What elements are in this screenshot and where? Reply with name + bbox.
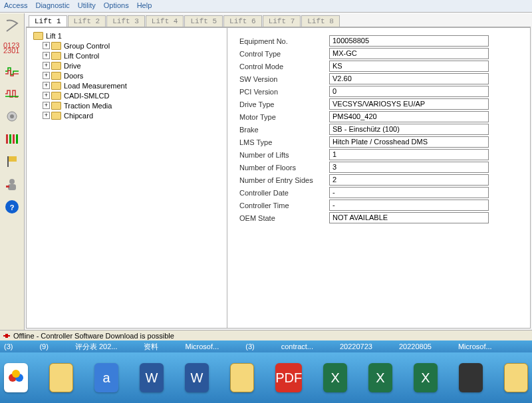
tree-item[interactable]: +CADI-SMLCD [28,90,225,100]
taskbar: a W W PDF X X X [0,352,532,403]
expand-icon[interactable]: + [43,52,50,59]
detail-label: PCI Version [239,88,329,96]
detail-label: Number of Entry Sides [239,176,329,184]
tree-root[interactable]: Lift 1 [28,31,225,41]
tab-lift-2[interactable]: Lift 2 [68,15,106,27]
svg-rect-9 [7,156,9,167]
detail-row: Number of Floors3 [239,161,518,174]
tree-item-label: Drive [64,62,81,70]
taskbar-folder-1[interactable] [49,363,73,392]
taskbar-label[interactable]: 20220805 [399,342,432,350]
taskbar-label[interactable]: Microsof... [458,342,492,350]
tree-item[interactable]: +Doors [28,70,225,80]
tab-lift-6[interactable]: Lift 6 [223,15,262,27]
expand-icon[interactable]: + [43,112,50,119]
taskbar-label[interactable]: 资料 [144,342,158,352]
menu-access[interactable]: Access [4,1,27,11]
tree-item[interactable]: +Load Measurement [28,80,225,90]
svg-point-21 [12,370,20,378]
taskbar-dark[interactable] [459,363,483,392]
expand-icon[interactable]: + [43,62,50,69]
taskbar-label[interactable]: 20220723 [340,342,372,350]
toolbar-icon-1[interactable] [2,16,22,36]
folder-icon [51,72,61,80]
taskbar-folder-3[interactable] [504,363,528,392]
menu-utility[interactable]: Utility [78,1,96,11]
main-area: Lift 1 Lift 2 Lift 3 Lift 4 Lift 5 Lift … [25,13,532,330]
tree-item-label: Load Measurement [64,82,127,90]
detail-value: 0 [329,86,489,97]
tabbar: Lift 1 Lift 2 Lift 3 Lift 4 Lift 5 Lift … [25,13,532,27]
detail-value: PMS400_420 [329,111,489,122]
folder-icon [33,32,43,40]
toolbar-icon-wave2[interactable] [2,84,22,104]
detail-label: Number of Floors [239,164,329,172]
taskbar-label[interactable]: contract... [281,342,313,350]
taskbar-word-2[interactable]: W [185,363,209,392]
taskbar-label[interactable]: (3) [245,342,254,350]
svg-rect-6 [13,134,15,144]
tree-item[interactable]: +Lift Control [28,51,225,61]
tab-lift-4[interactable]: Lift 4 [146,15,184,27]
detail-label: Number of Lifts [239,151,329,159]
toolbar-icon-wave1[interactable] [2,61,22,81]
tab-lift-7[interactable]: Lift 7 [263,15,301,27]
svg-rect-12 [6,186,9,188]
expand-icon[interactable]: + [43,102,50,109]
tab-lift-5[interactable]: Lift 5 [184,15,223,27]
tree-item-label: CADI-SMLCD [64,92,109,100]
tree-item[interactable]: +Traction Media [28,100,225,110]
taskbar-word-1[interactable]: W [140,363,164,392]
detail-row: Controller Date - [239,186,518,199]
taskbar-label[interactable]: (3) [4,342,13,350]
tree-item[interactable]: +Group Control [28,41,225,51]
detail-value: NOT AVAILABLE [329,212,489,223]
expand-icon[interactable]: + [43,42,50,49]
detail-value: 1 [329,149,489,160]
menu-help[interactable]: Help [137,1,152,11]
svg-rect-5 [9,134,11,144]
expand-icon[interactable]: + [43,72,50,79]
tree-panel: Lift 1 +Group Control+Lift Control+Drive… [26,27,227,329]
taskbar-excel-3[interactable]: X [414,363,438,392]
taskbar-folder-2[interactable] [230,363,254,392]
detail-label: Equipment No. [239,37,329,45]
svg-rect-7 [16,134,18,144]
detail-row: PCI Version0 [239,85,518,98]
toolbar-icon-help[interactable]: ? [2,197,22,217]
tab-lift-8[interactable]: Lift 8 [301,15,340,27]
detail-value: V2.60 [329,73,489,84]
taskbar-label[interactable]: Microsof... [185,342,219,350]
detail-label: Controller Date [239,189,329,197]
expand-icon[interactable]: + [43,92,50,99]
taskbar-excel-1[interactable]: X [323,363,347,392]
toolbar-icon-person[interactable] [2,174,22,194]
taskbar-pdf[interactable]: PDF [275,363,302,392]
detail-row: Controller Time - [239,199,518,211]
folder-icon [51,112,61,120]
taskbar-app-cloud[interactable] [4,363,28,392]
menu-diagnostic[interactable]: Diagnostic [35,1,69,11]
expand-icon[interactable]: + [43,82,50,89]
tab-lift-1[interactable]: Lift 1 [29,15,67,27]
toolbar-icon-gear[interactable] [2,106,22,126]
taskbar-excel-2[interactable]: X [368,363,392,392]
taskbar-label[interactable]: (9) [39,342,48,350]
taskbar-label[interactable]: 评分表 202... [75,342,118,352]
folder-icon [51,62,61,70]
tree-item[interactable]: +Drive [28,61,225,70]
tree-root-label: Lift 1 [46,32,62,40]
toolbar-icon-flag[interactable] [2,152,22,172]
tree-item-label: Lift Control [64,52,99,60]
detail-label: Control Mode [239,63,329,70]
detail-label: Brake [239,126,329,134]
tab-lift-3[interactable]: Lift 3 [106,15,145,27]
tree-item[interactable]: +Chipcard [28,110,225,120]
toolbar-icon-digits[interactable]: 01232301 [2,39,22,59]
detail-value: SB - Einschütz (100) [329,124,489,135]
detail-label: Drive Type [239,100,329,108]
taskbar-app-supplier[interactable]: a [94,363,118,392]
menu-options[interactable]: Options [104,1,129,11]
svg-text:?: ? [10,203,15,211]
toolbar-icon-bars[interactable] [2,129,22,149]
